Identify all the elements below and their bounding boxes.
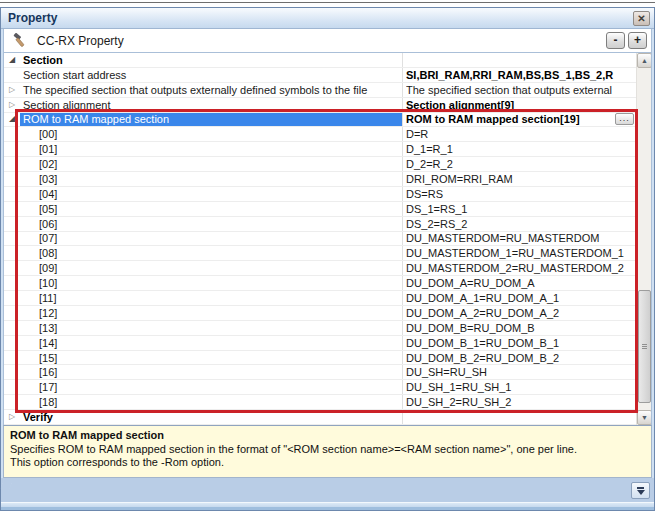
property-value-cell[interactable]: DS=RS (402, 187, 636, 201)
property-value-cell[interactable]: DU_DOM_A_1=RU_DOM_A_1 (402, 291, 636, 305)
property-value-cell[interactable]: DU_SH_2=RU_SH_2 (402, 395, 636, 409)
property-value-cell[interactable]: DU_MASTERDOM=RU_MASTERDOM (402, 232, 636, 246)
property-name-cell[interactable]: Section (20, 53, 402, 67)
property-value: DU_SH_1=RU_SH_1 (406, 381, 636, 393)
property-row[interactable]: [12]DU_DOM_A_2=RU_DOM_A_2 (4, 306, 636, 321)
property-row[interactable]: [02]D_2=R_2 (4, 157, 636, 172)
expander-expanded-icon[interactable]: ◢ (4, 115, 20, 123)
property-name: [05] (20, 203, 57, 215)
property-value: DU_SH_2=RU_SH_2 (406, 396, 636, 408)
property-name-cell[interactable]: [13] (20, 321, 402, 335)
expand-all-button[interactable]: + (628, 32, 647, 49)
property-name-cell[interactable]: Section alignment (20, 98, 402, 112)
property-row[interactable]: [17]DU_SH_1=RU_SH_1 (4, 380, 636, 395)
property-name-cell[interactable]: [00] (20, 127, 402, 141)
property-value-cell[interactable]: DRI_ROM=RRI_RAM (402, 172, 636, 186)
tab-overflow-button[interactable] (631, 482, 650, 499)
property-name-cell[interactable]: [16] (20, 365, 402, 379)
property-name-cell[interactable]: [04] (20, 187, 402, 201)
property-value-cell[interactable]: The specified section that outputs exter… (402, 83, 636, 97)
property-value-cell[interactable]: D_2=R_2 (402, 157, 636, 171)
property-row[interactable]: [07]DU_MASTERDOM=RU_MASTERDOM (4, 232, 636, 247)
property-value-cell[interactable] (402, 53, 636, 67)
property-value-cell[interactable]: DS_2=RS_2 (402, 217, 636, 231)
property-value-cell[interactable]: DU_DOM_A=RU_DOM_A (402, 276, 636, 290)
property-value-cell[interactable]: DU_SH_1=RU_SH_1 (402, 380, 636, 394)
property-value-cell[interactable]: DU_DOM_B_2=RU_DOM_B_2 (402, 351, 636, 365)
property-row[interactable]: [04]DS=RS (4, 187, 636, 202)
property-name-cell[interactable]: [05] (20, 202, 402, 216)
property-value-cell[interactable] (402, 410, 636, 424)
property-value-cell[interactable]: DS_1=RS_1 (402, 202, 636, 216)
property-row[interactable]: [08]DU_MASTERDOM_1=RU_MASTERDOM_1 (4, 246, 636, 261)
property-row[interactable]: [14]DU_DOM_B_1=RU_DOM_B_1 (4, 336, 636, 351)
property-name-cell[interactable]: [15] (20, 351, 402, 365)
property-name-cell[interactable]: [10] (20, 276, 402, 290)
property-row[interactable]: [01]D_1=R_1 (4, 142, 636, 157)
property-name-cell[interactable]: The specified section that outputs exter… (20, 83, 402, 97)
expander-collapsed-icon[interactable]: ▷ (4, 86, 20, 94)
property-row[interactable]: [15]DU_DOM_B_2=RU_DOM_B_2 (4, 351, 636, 366)
collapse-all-button[interactable]: - (606, 32, 625, 49)
property-row[interactable]: ◢Section (4, 53, 636, 68)
property-name-cell[interactable]: [03] (20, 172, 402, 186)
property-grid-rows: ◢SectionSection start addressSI,BRI_RAM,… (4, 53, 636, 425)
property-name-cell[interactable]: Verify (20, 410, 402, 424)
property-row[interactable]: [03]DRI_ROM=RRI_RAM (4, 172, 636, 187)
property-row[interactable]: [13]DU_DOM_B=RU_DOM_B (4, 321, 636, 336)
property-value: DU_DOM_A=RU_DOM_A (406, 277, 636, 289)
property-row[interactable]: ▷The specified section that outputs exte… (4, 83, 636, 98)
property-row[interactable]: Section start addressSI,BRI_RAM,RRI_RAM,… (4, 68, 636, 83)
tab-overflow-icon (637, 487, 644, 489)
property-value-cell[interactable]: DU_DOM_B=RU_DOM_B (402, 321, 636, 335)
property-name: [10] (20, 277, 57, 289)
scroll-down-icon[interactable]: ▼ (637, 410, 652, 425)
property-value-cell[interactable]: D=R (402, 127, 636, 141)
property-value-cell[interactable]: Section alignment[9] (402, 98, 636, 112)
property-row[interactable]: [16]DU_SH=RU_SH (4, 365, 636, 380)
property-value-cell[interactable]: DU_DOM_A_2=RU_DOM_A_2 (402, 306, 636, 320)
property-name: ROM to RAM mapped section (20, 113, 169, 125)
property-row[interactable]: ▷Section alignmentSection alignment[9] (4, 98, 636, 113)
property-name-cell[interactable]: [12] (20, 306, 402, 320)
property-value-cell[interactable]: SI,BRI_RAM,RRI_RAM,BS,BS_1,BS_2,R (402, 68, 636, 82)
property-name-cell[interactable]: [01] (20, 142, 402, 156)
property-name-cell[interactable]: [11] (20, 291, 402, 305)
property-row[interactable]: [18]DU_SH_2=RU_SH_2 (4, 395, 636, 410)
description-pane: ROM to RAM mapped section Specifies ROM … (3, 425, 652, 478)
property-name-cell[interactable]: [02] (20, 157, 402, 171)
scrollbar-thumb[interactable] (638, 290, 651, 403)
property-value-cell[interactable]: DU_DOM_B_1=RU_DOM_B_1 (402, 336, 636, 350)
open-editor-button[interactable]: ... (615, 113, 634, 125)
property-value: Section alignment[9] (406, 99, 636, 111)
property-name-cell[interactable]: [07] (20, 232, 402, 246)
property-row[interactable]: ▷Verify (4, 410, 636, 425)
property-row[interactable]: [11]DU_DOM_A_1=RU_DOM_A_1 (4, 291, 636, 306)
property-name: [18] (20, 396, 57, 408)
property-row[interactable]: [05]DS_1=RS_1 (4, 202, 636, 217)
property-name-cell[interactable]: [18] (20, 395, 402, 409)
property-value-cell[interactable]: DU_MASTERDOM_1=RU_MASTERDOM_1 (402, 246, 636, 260)
expander-collapsed-icon[interactable]: ▷ (4, 101, 20, 109)
property-name-cell[interactable]: [06] (20, 217, 402, 231)
close-icon[interactable]: ✕ (633, 11, 650, 26)
property-row[interactable]: [09]DU_MASTERDOM_2=RU_MASTERDOM_2 (4, 261, 636, 276)
property-name-cell[interactable]: Section start address (20, 68, 402, 82)
property-row[interactable]: [06]DS_2=RS_2 (4, 217, 636, 232)
vertical-scrollbar[interactable]: ▲ ▼ (636, 53, 651, 425)
scroll-up-icon[interactable]: ▲ (637, 53, 652, 68)
property-row[interactable]: ◢ROM to RAM mapped sectionROM to RAM map… (4, 113, 636, 128)
expander-collapsed-icon[interactable]: ▷ (4, 413, 20, 421)
property-row[interactable]: [00]D=R (4, 127, 636, 142)
property-value-cell[interactable]: DU_MASTERDOM_2=RU_MASTERDOM_2 (402, 261, 636, 275)
property-name-cell[interactable]: [09] (20, 261, 402, 275)
property-name-cell[interactable]: [14] (20, 336, 402, 350)
property-value-cell[interactable]: ROM to RAM mapped section[19]... (402, 113, 636, 127)
property-value-cell[interactable]: DU_SH=RU_SH (402, 365, 636, 379)
property-name-cell[interactable]: ROM to RAM mapped section (20, 113, 402, 127)
property-name-cell[interactable]: [17] (20, 380, 402, 394)
property-row[interactable]: [10]DU_DOM_A=RU_DOM_A (4, 276, 636, 291)
expander-expanded-icon[interactable]: ◢ (4, 56, 20, 64)
property-value-cell[interactable]: D_1=R_1 (402, 142, 636, 156)
property-name-cell[interactable]: [08] (20, 246, 402, 260)
